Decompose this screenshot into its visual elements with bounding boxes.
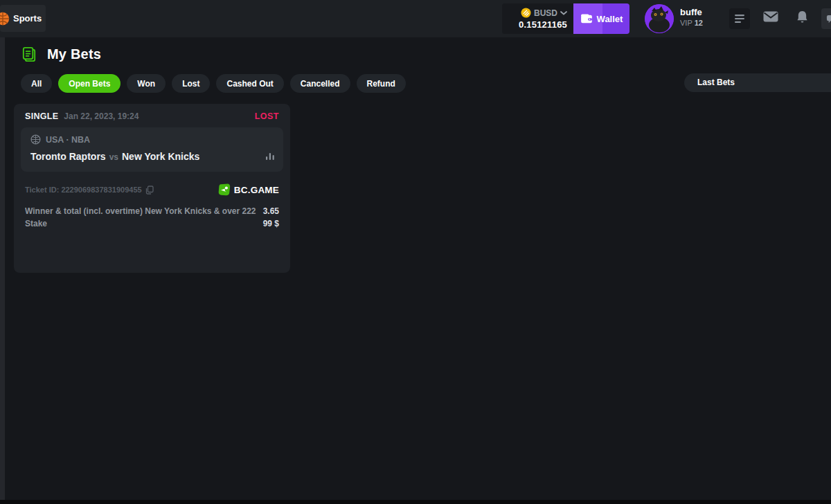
vs-label: vs [109, 152, 118, 162]
away-team: New York Knicks [122, 151, 199, 162]
ticket-id: Ticket ID: 2229069837831909455 [25, 186, 142, 194]
bet-card-header: SINGLE Jan 22, 2023, 19:24 LOST [14, 104, 290, 127]
filter-won[interactable]: Won [127, 74, 166, 93]
last-bets-dropdown[interactable]: Last Bets [684, 73, 831, 92]
bet-card: SINGLE Jan 22, 2023, 19:24 LOST USA · NB… [14, 104, 290, 273]
wallet-label: Wallet [597, 14, 623, 24]
filter-cancelled[interactable]: Cancelled [290, 74, 350, 93]
bet-datetime: Jan 22, 2023, 19:24 [64, 111, 138, 121]
bet-row: Winner & total (incl. overtime) New York… [25, 205, 279, 217]
vip-level: VIP12 [680, 19, 703, 27]
filter-cashed-out[interactable]: Cashed Out [216, 74, 283, 93]
chevron-down-icon [560, 11, 567, 15]
sports-label: Sports [13, 13, 42, 24]
bet-row: Stake99 $ [25, 217, 279, 230]
filter-open-bets[interactable]: Open Bets [58, 74, 120, 93]
bcgame-icon [218, 183, 231, 196]
ticket-row: Ticket ID: 2229069837831909455 BC.GAME [14, 183, 290, 196]
bet-row-label: Winner & total (incl. overtime) New York… [25, 205, 256, 217]
wallet-button[interactable]: Wallet [573, 3, 629, 34]
copy-icon[interactable] [145, 186, 154, 195]
wallet-icon [580, 14, 593, 24]
bet-filters: AllOpen BetsWonLostCashed OutCancelledRe… [21, 74, 406, 93]
basketball-icon [0, 11, 10, 26]
bet-status-badge: LOST [255, 111, 279, 121]
page-title: My Bets [47, 46, 101, 62]
currency-selector[interactable]: BUSD 0.15121165 [502, 3, 573, 34]
filter-refund[interactable]: Refund [357, 74, 406, 93]
username: buffe [680, 7, 703, 17]
chat-icon[interactable] [821, 8, 831, 29]
sports-tab[interactable]: Sports [0, 5, 46, 32]
match-panel[interactable]: USA · NBA Toronto Raptors vs New York Kn… [21, 127, 283, 172]
league-label: USA · NBA [46, 135, 90, 145]
bet-list-icon[interactable] [729, 8, 750, 29]
wallet-balance: 0.15121165 [508, 19, 567, 30]
user-info[interactable]: buffe VIP12 [680, 7, 703, 27]
brand-name: BC.GAME [234, 185, 279, 195]
home-team: Toronto Raptors [30, 151, 106, 162]
avatar[interactable] [645, 4, 674, 33]
teams-row: Toronto Raptors vs New York Knicks [30, 151, 275, 163]
mail-icon[interactable] [763, 11, 778, 24]
coin-icon [521, 8, 531, 18]
my-bets-icon [21, 46, 38, 63]
page-head: My Bets [21, 46, 101, 63]
bet-rows: Winner & total (incl. overtime) New York… [14, 205, 290, 230]
brand-logo: BC.GAME [218, 183, 279, 196]
match-stats-icon[interactable] [265, 151, 275, 163]
bet-row-value: 3.65 [263, 205, 279, 217]
bet-row-label: Stake [25, 217, 47, 230]
my-bets-page: My Bets AllOpen BetsWonLostCashed OutCan… [5, 37, 831, 500]
topbar: Sports BUSD 0.15121165 Wa [0, 0, 831, 37]
basketball-outline-icon [30, 134, 41, 145]
filter-all[interactable]: All [21, 74, 52, 93]
bet-row-value: 99 $ [263, 217, 279, 230]
currency-code: BUSD [534, 8, 557, 18]
filter-lost[interactable]: Lost [172, 74, 210, 93]
notifications-icon[interactable] [796, 10, 808, 26]
bottom-strip [0, 500, 831, 504]
last-bets-label: Last Bets [697, 78, 735, 87]
league-row: USA · NBA [30, 134, 275, 145]
bet-type: SINGLE [25, 111, 58, 121]
